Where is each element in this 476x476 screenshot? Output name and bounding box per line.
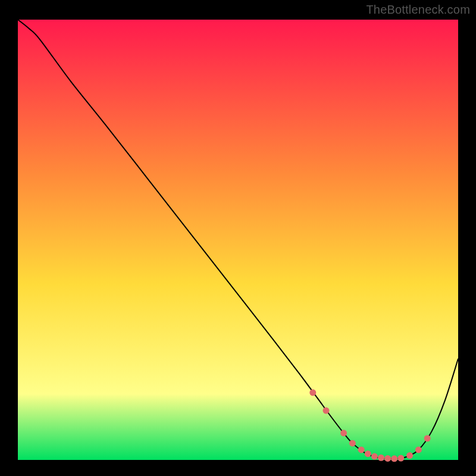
sweet-spot-dot <box>365 450 371 457</box>
sweet-spot-dot <box>378 455 384 461</box>
sweet-spot-dot <box>406 452 413 459</box>
sweet-spot-dot <box>415 446 422 453</box>
sweet-spot-dot <box>349 440 356 446</box>
sweet-spot-dot <box>358 446 365 453</box>
sweet-spot-dot <box>309 389 316 396</box>
sweet-spot-dot <box>371 453 378 460</box>
sweet-spot-dot <box>424 435 431 441</box>
sweet-spot-dot <box>397 455 404 462</box>
dots-layer <box>18 20 458 460</box>
sweet-spot-dots <box>309 389 430 462</box>
attribution-label: TheBottleneck.com <box>366 3 470 17</box>
sweet-spot-dot <box>323 408 330 414</box>
sweet-spot-dot <box>384 455 391 462</box>
plot-area <box>18 20 458 460</box>
sweet-spot-dot <box>391 455 397 462</box>
sweet-spot-dot <box>340 430 347 436</box>
chart-stage: TheBottleneck.com <box>0 0 476 476</box>
